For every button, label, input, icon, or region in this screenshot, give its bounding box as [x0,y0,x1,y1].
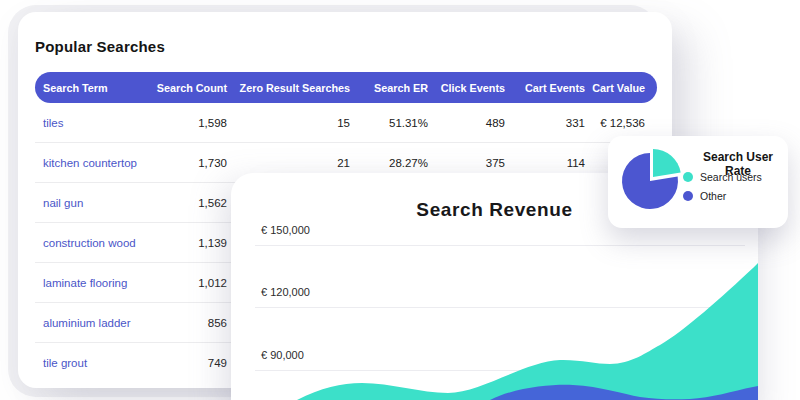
zero-result-value: 21 [227,157,350,169]
legend-label: Search users [700,171,762,183]
column-header-search-term: Search Term [43,82,151,94]
table-row: tiles 1,598 15 51.31% 489 331 € 12,536 [35,103,657,143]
legend-item-other: Other [683,190,726,202]
legend-dot-purple [683,191,693,201]
search-count-value: 1,139 [151,237,227,249]
search-term-link[interactable]: kitchen countertop [43,157,151,169]
column-header-search-count: Search Count [151,82,227,94]
search-count-value: 749 [151,357,227,369]
table-header-row: Search Term Search Count Zero Result Sea… [35,72,657,103]
search-term-link[interactable]: construction wood [43,237,151,249]
search-count-value: 1,012 [151,277,227,289]
pie-chart [608,136,692,228]
search-er-value: 28.27% [350,157,428,169]
cart-value-value: € 12,536 [585,117,645,129]
popular-searches-title: Popular Searches [35,38,165,55]
search-term-link[interactable]: aluminium ladder [43,317,151,329]
column-header-zero-result: Zero Result Searches [227,82,350,94]
search-count-value: 1,730 [151,157,227,169]
search-term-link[interactable]: nail gun [43,197,151,209]
column-header-cart-events: Cart Events [505,82,585,94]
cart-events-value: 114 [505,157,585,169]
search-count-value: 1,598 [151,117,227,129]
search-term-link[interactable]: tiles [43,117,151,129]
legend-dot-teal [683,172,693,182]
search-count-value: 1,562 [151,197,227,209]
click-events-value: 375 [428,157,505,169]
search-user-rate-card: Search User Rate Search users Other [608,136,788,228]
click-events-value: 489 [428,117,505,129]
search-er-value: 51.31% [350,117,428,129]
search-term-link[interactable]: tile grout [43,357,151,369]
cart-events-value: 331 [505,117,585,129]
legend-label: Other [700,190,726,202]
area-series-search-users [297,263,758,400]
pie-slice-search-users [653,149,681,177]
search-term-link[interactable]: laminate flooring [43,277,151,289]
zero-result-value: 15 [227,117,350,129]
column-header-search-er: Search ER [350,82,428,94]
search-count-value: 856 [151,317,227,329]
legend-item-search-users: Search users [683,171,762,183]
column-header-click-events: Click Events [428,82,505,94]
dashboard-page: { "table": { "title": "Popular Searches"… [0,0,800,400]
column-header-cart-value: Cart Value [585,82,645,94]
